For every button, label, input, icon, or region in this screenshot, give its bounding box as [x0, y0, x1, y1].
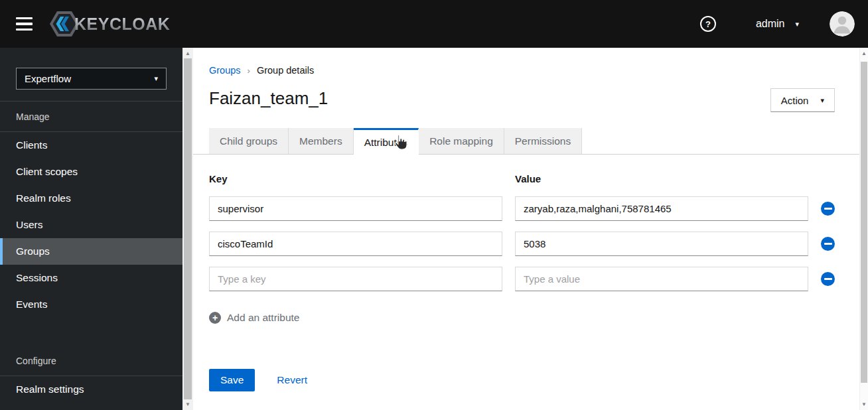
user-avatar[interactable] [830, 11, 855, 36]
sidebar-scrollbar-thumb[interactable] [184, 58, 192, 399]
nav-toggle-hamburger-icon[interactable] [16, 17, 33, 31]
user-menu-dropdown[interactable]: admin ▾ [756, 18, 799, 30]
breadcrumb-separator-icon: › [248, 66, 250, 76]
help-icon[interactable]: ? [700, 16, 716, 32]
tab-role-mapping[interactable]: Role mapping [419, 128, 504, 155]
attribute-value-input[interactable] [515, 232, 808, 256]
scroll-down-icon[interactable]: ▼ [182, 401, 193, 407]
username-label: admin [756, 18, 785, 30]
sidebar-item-realm-settings[interactable]: Realm settings [0, 376, 182, 403]
avatar-person-icon [830, 11, 855, 36]
add-attribute-label: Add an attribute [227, 312, 299, 324]
remove-attribute-minus-icon[interactable] [821, 202, 835, 216]
remove-attribute-minus-icon[interactable] [821, 237, 835, 251]
sidebar-nav: Expertflow ▾ Manage Clients Client scope… [0, 48, 182, 410]
page-scrollbar[interactable]: ▲ ▼ [859, 48, 868, 410]
tab-attributes[interactable]: Attributes [354, 128, 419, 155]
revert-link[interactable]: Revert [277, 374, 307, 386]
add-attribute-button[interactable]: + Add an attribute [209, 312, 299, 324]
tab-child-groups[interactable]: Child groups [209, 128, 289, 155]
sidebar-item-realm-roles[interactable]: Realm roles [0, 185, 182, 212]
page-title: Faizan_team_1 [209, 88, 328, 109]
sidebar-scrollbar[interactable]: ▲ ▼ [182, 48, 193, 410]
action-dropdown-button[interactable]: Action ▾ [770, 88, 835, 112]
realm-selector-dropdown[interactable]: Expertflow ▾ [16, 68, 167, 90]
sidebar-item-client-scopes[interactable]: Client scopes [0, 159, 182, 185]
chevron-down-icon: ▾ [154, 74, 158, 83]
key-column-header: Key [209, 173, 502, 184]
attribute-value-input[interactable] [515, 267, 808, 291]
brand-name: KEYCLOAK [74, 15, 170, 34]
scroll-down-icon[interactable]: ▼ [860, 401, 868, 407]
attribute-key-input[interactable] [209, 196, 502, 221]
scroll-up-icon[interactable]: ▲ [860, 50, 868, 56]
action-button-label: Action [781, 95, 809, 106]
attribute-key-input[interactable] [209, 232, 502, 256]
sidebar-item-users[interactable]: Users [0, 212, 182, 238]
scroll-up-icon[interactable]: ▲ [182, 50, 193, 56]
sidebar-item-events[interactable]: Events [0, 291, 182, 318]
breadcrumb-groups-link[interactable]: Groups [209, 65, 241, 76]
plus-icon: + [209, 312, 221, 324]
top-header: KEYCLOAK ? admin ▾ [0, 0, 868, 48]
value-column-header: Value [515, 173, 808, 184]
attribute-row [209, 232, 835, 256]
attribute-value-input[interactable] [515, 196, 808, 221]
keycloak-logo: KEYCLOAK [49, 11, 170, 37]
sidebar-item-authentication[interactable]: Authentication [0, 403, 182, 410]
nav-section-configure: Configure [0, 346, 182, 376]
sidebar-item-sessions[interactable]: Sessions [0, 265, 182, 291]
nav-section-manage: Manage [0, 102, 182, 131]
tab-permissions[interactable]: Permissions [504, 128, 582, 155]
attribute-key-input[interactable] [209, 267, 502, 291]
sidebar-item-groups[interactable]: Groups [0, 238, 182, 265]
tab-members[interactable]: Members [289, 128, 354, 155]
attribute-row [209, 196, 835, 221]
group-detail-tabs: Child groups Members Attributes Role map… [209, 128, 859, 155]
attributes-table-header: Key Value [209, 173, 835, 184]
chevron-down-icon: ▾ [820, 96, 824, 105]
page-scrollbar-thumb[interactable] [861, 62, 867, 383]
chevron-down-icon: ▾ [795, 20, 799, 29]
attribute-row [209, 267, 835, 291]
main-content: Groups › Group details Faizan_team_1 Act… [193, 48, 859, 410]
breadcrumb: Groups › Group details [209, 48, 835, 76]
realm-name-label: Expertflow [25, 73, 71, 84]
save-button[interactable]: Save [209, 369, 255, 391]
sidebar-item-clients[interactable]: Clients [0, 132, 182, 159]
breadcrumb-current: Group details [257, 65, 314, 76]
remove-attribute-minus-icon[interactable] [821, 272, 835, 286]
